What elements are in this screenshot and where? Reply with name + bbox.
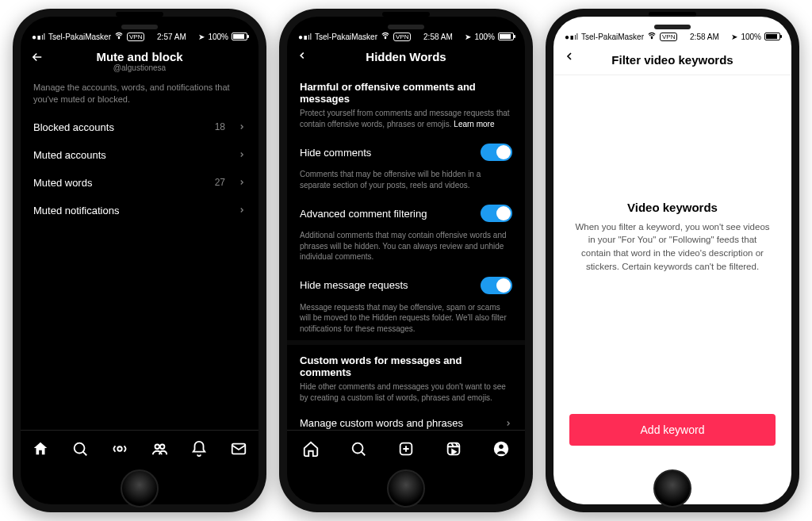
row-muted-words[interactable]: Muted words 27 bbox=[21, 169, 259, 197]
battery-percent: 100% bbox=[208, 33, 228, 41]
chevron-right-icon bbox=[238, 123, 246, 131]
toggle-label: Advanced comment filtering bbox=[300, 208, 427, 220]
app-header: Hidden Words bbox=[287, 45, 525, 71]
status-bar: ●∎ıl Tsel-PakaiMasker VPN 2:57 AM ➤ 100% bbox=[21, 28, 259, 45]
tab-profile[interactable] bbox=[492, 440, 510, 458]
page-title: Mute and block bbox=[96, 50, 182, 63]
location-icon: ➤ bbox=[198, 33, 205, 41]
phone-frame-3: ●∎ıl Tsel-PakaiMasker VPN 2:58 AM ➤ 100%… bbox=[546, 9, 799, 512]
section-custom-title: Custom words for messages and comments bbox=[287, 345, 525, 381]
svg-point-12 bbox=[651, 37, 652, 38]
signal-icon: ●∎ıl bbox=[565, 33, 578, 41]
vpn-badge: VPN bbox=[660, 33, 677, 41]
toggle-label: Hide comments bbox=[300, 147, 371, 159]
home-button[interactable] bbox=[653, 469, 691, 508]
section-harmful-desc: Protect yourself from comments and messa… bbox=[287, 108, 525, 136]
phone-speaker bbox=[654, 25, 691, 29]
tab-reels[interactable] bbox=[445, 440, 462, 458]
vpn-badge: VPN bbox=[127, 33, 144, 41]
phone-speaker bbox=[388, 25, 424, 29]
status-bar: ●∎ıl Tsel-PakaiMasker VPN 2:58 AM ➤ 100% bbox=[287, 28, 525, 45]
tab-home[interactable] bbox=[302, 440, 320, 458]
empty-state: Video keywords When you filter a keyword… bbox=[553, 75, 791, 414]
carrier-label: Tsel-PakaiMasker bbox=[581, 33, 644, 41]
row-label: Muted accounts bbox=[33, 149, 106, 161]
back-button[interactable] bbox=[563, 50, 576, 66]
tab-home[interactable] bbox=[32, 440, 49, 458]
wifi-icon bbox=[381, 32, 390, 41]
screen-hidden-words: ●∎ıl Tsel-PakaiMasker VPN 2:58 AM ➤ 100%… bbox=[287, 17, 525, 504]
tab-spaces[interactable] bbox=[111, 440, 128, 458]
add-keyword-button[interactable]: Add keyword bbox=[569, 414, 776, 446]
toggle-hide-message-requests-desc: Message requests that may be offensive, … bbox=[287, 302, 525, 341]
clock: 2:58 AM bbox=[423, 33, 453, 41]
toggle-label: Hide message requests bbox=[300, 279, 408, 291]
carrier-label: Tsel-PakaiMasker bbox=[48, 33, 111, 41]
tab-bar bbox=[21, 430, 259, 466]
location-icon: ➤ bbox=[465, 33, 471, 41]
section-custom-desc: Hide other comments and messages you don… bbox=[287, 381, 525, 409]
status-bar: ●∎ıl Tsel-PakaiMasker VPN 2:58 AM ➤ 100% bbox=[553, 28, 791, 45]
svg-point-7 bbox=[353, 442, 363, 453]
tab-messages[interactable] bbox=[230, 440, 247, 458]
page-title: Filter video keywords bbox=[611, 53, 733, 67]
row-count: 27 bbox=[215, 177, 225, 188]
empty-state-heading: Video keywords bbox=[627, 201, 718, 214]
tab-search[interactable] bbox=[350, 440, 367, 458]
home-button[interactable] bbox=[387, 469, 425, 508]
tab-search[interactable] bbox=[71, 440, 89, 458]
tab-notifications[interactable] bbox=[190, 440, 208, 458]
toggle-hide-comments[interactable] bbox=[481, 144, 512, 161]
row-hide-comments: Hide comments bbox=[287, 136, 525, 169]
tab-create[interactable] bbox=[397, 440, 415, 458]
app-header: Mute and block @algustionesa bbox=[21, 45, 259, 80]
svg-point-6 bbox=[385, 37, 385, 38]
row-label: Manage custom words and phrases bbox=[300, 417, 463, 429]
row-hide-message-requests: Hide message requests bbox=[287, 269, 525, 302]
battery-icon bbox=[498, 33, 514, 40]
learn-more-link[interactable]: Learn more bbox=[454, 120, 494, 128]
battery-icon bbox=[764, 33, 780, 40]
page-description: Manage the accounts, words, and notifica… bbox=[21, 80, 259, 113]
toggle-hide-message-requests[interactable] bbox=[481, 277, 512, 294]
toggle-advanced-filtering[interactable] bbox=[481, 205, 512, 222]
row-label: Muted notifications bbox=[33, 205, 119, 216]
chevron-right-icon bbox=[238, 151, 246, 159]
tab-bar bbox=[287, 430, 525, 466]
app-header: Filter video keywords bbox=[553, 45, 791, 75]
row-label: Blocked accounts bbox=[33, 121, 114, 133]
row-muted-notifications[interactable]: Muted notifications bbox=[21, 197, 259, 224]
page-subtitle: @algustionesa bbox=[96, 63, 182, 72]
chevron-right-icon bbox=[238, 178, 246, 186]
screen-filter-keywords: ●∎ıl Tsel-PakaiMasker VPN 2:58 AM ➤ 100%… bbox=[553, 17, 791, 504]
svg-point-2 bbox=[117, 446, 122, 451]
wifi-icon bbox=[114, 32, 124, 41]
chevron-right-icon bbox=[504, 419, 512, 427]
battery-percent: 100% bbox=[741, 33, 761, 41]
back-button[interactable] bbox=[30, 50, 44, 67]
row-blocked-accounts[interactable]: Blocked accounts 18 bbox=[21, 113, 259, 141]
toggle-hide-comments-desc: Comments that may be offensive will be h… bbox=[287, 169, 525, 197]
home-button[interactable] bbox=[121, 469, 159, 508]
battery-icon bbox=[232, 33, 247, 40]
page-title: Hidden Words bbox=[366, 50, 446, 63]
phone-frame-1: ●∎ıl Tsel-PakaiMasker VPN 2:57 AM ➤ 100%… bbox=[13, 9, 266, 512]
toggle-advanced-filtering-desc: Additional comments that may contain off… bbox=[287, 230, 525, 269]
row-advanced-filtering: Advanced comment filtering bbox=[287, 197, 525, 230]
phone-speaker bbox=[121, 25, 158, 29]
tab-communities[interactable] bbox=[151, 440, 168, 458]
row-muted-accounts[interactable]: Muted accounts bbox=[21, 141, 259, 169]
back-button[interactable] bbox=[297, 50, 308, 64]
svg-point-11 bbox=[499, 444, 504, 449]
row-count: 18 bbox=[215, 121, 225, 132]
clock: 2:57 AM bbox=[157, 33, 186, 41]
row-label: Muted words bbox=[33, 177, 92, 189]
wifi-icon bbox=[647, 32, 657, 41]
signal-icon: ●∎ıl bbox=[32, 33, 45, 41]
location-icon: ➤ bbox=[731, 33, 737, 41]
svg-point-0 bbox=[118, 37, 119, 38]
empty-state-body: When you filter a keyword, you won't see… bbox=[573, 220, 772, 274]
signal-icon: ●∎ıl bbox=[298, 33, 312, 41]
battery-percent: 100% bbox=[474, 33, 495, 41]
svg-point-1 bbox=[75, 442, 85, 453]
